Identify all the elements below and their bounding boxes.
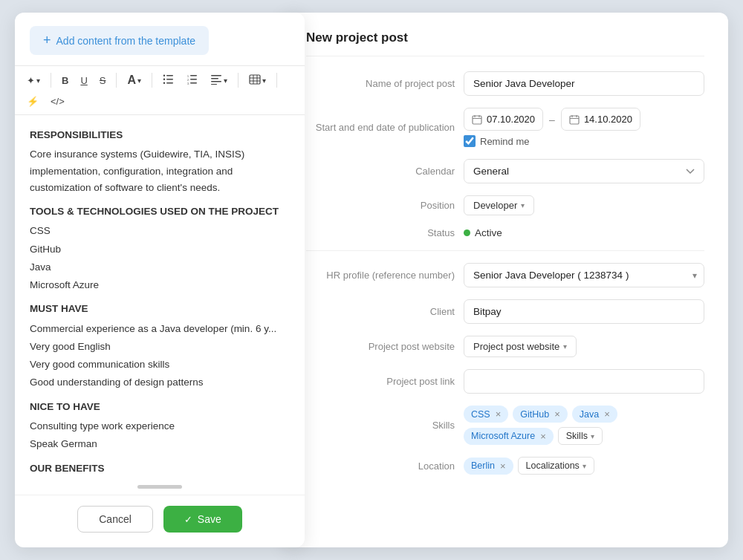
remind-row: Remind me <box>464 135 704 147</box>
cancel-button[interactable]: Cancel <box>77 506 153 533</box>
source-button[interactable]: ⚡ <box>22 93 43 110</box>
calendar-end-icon <box>569 114 580 125</box>
toolbar-divider-2 <box>116 73 117 88</box>
toolbar-divider-5 <box>276 73 277 88</box>
calendar-wrap: General <box>464 159 704 183</box>
status-row: Status Active <box>306 227 704 238</box>
skill-github-remove[interactable]: × <box>554 408 560 420</box>
location-row: Location Berlin × Localizations ▾ <box>306 457 704 475</box>
website-value: Project post website <box>473 341 559 352</box>
skill-java-remove[interactable]: × <box>604 408 610 420</box>
skill-azure-remove[interactable]: × <box>540 431 546 442</box>
status-active-dot <box>464 229 470 236</box>
skills-tags: CSS × GitHub × Java × Microsoft Azure × <box>464 406 704 445</box>
tool-azure: Microsoft Azure <box>30 277 290 293</box>
location-tags: Berlin × Localizations ▾ <box>464 457 704 475</box>
client-row: Client <box>306 299 704 324</box>
svg-text:1.: 1. <box>187 74 189 77</box>
date-end-input[interactable]: 14.10.2020 <box>561 108 640 131</box>
svg-rect-6 <box>190 75 197 76</box>
remind-checkbox[interactable] <box>464 135 476 147</box>
skills-more-label: Skills <box>566 431 588 441</box>
strikethrough-button[interactable]: S <box>95 72 111 89</box>
align-button[interactable]: ▾ <box>206 71 232 90</box>
position-label: Position <box>306 200 455 211</box>
align-icon <box>210 74 222 87</box>
position-badge[interactable]: Developer ▾ <box>464 195 534 215</box>
website-label: Project post website <box>306 341 455 352</box>
editor-content[interactable]: RESPONSIBILITIES Core insurance systems … <box>15 115 305 481</box>
section-nice-to-have-title: NICE TO HAVE <box>30 399 290 415</box>
table-button[interactable]: ▾ <box>244 71 270 90</box>
localizations-button[interactable]: Localizations ▾ <box>518 457 594 475</box>
svg-text:3.: 3. <box>187 82 189 85</box>
link-input[interactable] <box>464 369 704 394</box>
svg-point-5 <box>163 82 165 83</box>
left-editor-panel: + Add content from the template ✦ ▾ B U … <box>15 13 305 547</box>
underline-button[interactable]: U <box>76 72 91 89</box>
location-berlin-label: Berlin <box>471 460 495 471</box>
add-template-button[interactable]: + Add content from the template <box>30 26 209 55</box>
section-tools-title: TOOLS & TECHNOLOGIES USED ON THE PROJECT <box>30 204 290 220</box>
section-must-have-title: MUST HAVE <box>30 301 290 317</box>
tool-github: GitHub <box>30 241 290 258</box>
project-post-name-label: Name of project post <box>306 78 455 89</box>
localizations-label: Localizations <box>526 460 580 471</box>
link-row: Project post link <box>306 369 704 394</box>
skills-row: Skills CSS × GitHub × Java × <box>306 406 704 445</box>
svg-rect-2 <box>166 82 173 84</box>
date-label: Start and end date of publication <box>306 122 455 133</box>
skills-label: Skills <box>306 420 455 431</box>
project-post-name-input[interactable] <box>464 71 704 96</box>
status-text: Active <box>475 227 502 238</box>
skill-github-label: GitHub <box>520 409 549 420</box>
date-start-value: 07.10.2020 <box>487 114 535 125</box>
date-start-input[interactable]: 07.10.2020 <box>464 108 543 131</box>
svg-point-4 <box>163 78 165 79</box>
save-check-icon: ✓ <box>184 514 192 525</box>
location-berlin-remove[interactable]: × <box>500 460 506 472</box>
skills-more-button[interactable]: Skills ▾ <box>558 427 603 445</box>
link-label: Project post link <box>306 376 455 387</box>
hr-select[interactable]: Senior Java Developer ( 1238734 ) <box>464 263 704 287</box>
editor-toolbar: ✦ ▾ B U S A ▾ 1.2.3. <box>15 65 305 115</box>
skills-more-chevron-icon: ▾ <box>591 432 594 440</box>
ul-button[interactable] <box>158 71 179 90</box>
magic-icon: ✦ <box>27 75 35 86</box>
calendar-row: Calendar General <box>306 159 704 183</box>
nice-1: Consulting type work experience <box>30 418 290 434</box>
svg-rect-21 <box>473 116 481 124</box>
remind-label: Remind me <box>480 136 529 147</box>
save-label: Save <box>198 513 221 525</box>
date-row: Start and end date of publication 07.10.… <box>306 108 704 147</box>
client-input[interactable] <box>464 299 704 324</box>
table-arrow-icon: ▾ <box>262 76 266 85</box>
toolbar-divider-3 <box>152 73 152 88</box>
scrollbar-area <box>15 481 305 495</box>
date-dash: – <box>549 114 555 126</box>
client-wrap <box>464 299 704 324</box>
location-wrap: Berlin × Localizations ▾ <box>464 457 704 475</box>
code-button[interactable]: </> <box>46 93 69 110</box>
date-wrap: 07.10.2020 – 14.10.2020 Remind me <box>464 108 704 147</box>
code-icon: </> <box>51 96 65 107</box>
status-wrap: Active <box>464 227 704 238</box>
svg-rect-16 <box>250 75 260 84</box>
project-post-name-wrap <box>464 71 704 96</box>
bold-button[interactable]: B <box>57 72 73 89</box>
ol-button[interactable]: 1.2.3. <box>182 71 203 90</box>
font-button[interactable]: A ▾ <box>123 71 146 90</box>
must-have-1: Commercial experience as a Java develope… <box>30 321 290 337</box>
magic-toolbar-button[interactable]: ✦ ▾ <box>22 72 45 89</box>
toolbar-divider-1 <box>51 73 51 88</box>
ol-icon: 1.2.3. <box>186 74 198 87</box>
toolbar-divider-4 <box>238 73 239 88</box>
website-badge[interactable]: Project post website ▾ <box>464 336 577 357</box>
align-arrow-icon: ▾ <box>224 76 227 85</box>
skill-css-remove[interactable]: × <box>496 408 502 420</box>
template-button-label: Add content from the template <box>56 35 196 47</box>
tool-css: CSS <box>30 223 290 239</box>
responsibilities-text: Core insurance systems (Guidewire, TIA, … <box>30 146 290 196</box>
calendar-select[interactable]: General <box>464 159 704 183</box>
save-button[interactable]: ✓ Save <box>163 506 242 533</box>
